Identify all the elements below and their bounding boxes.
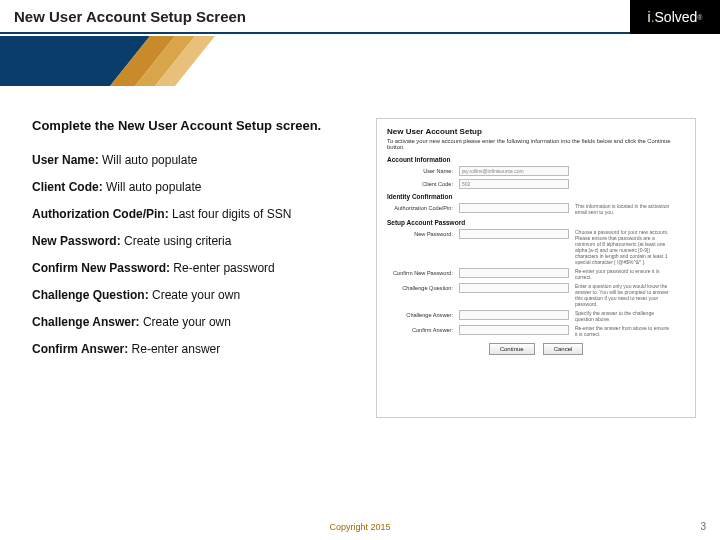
instruction-panel: Complete the New User Account Setup scre… — [32, 118, 367, 369]
field-confirmpass: Confirm New Password: Re-enter your pass… — [387, 268, 685, 280]
list-item: Client Code: Will auto populate — [32, 180, 367, 194]
slide-header: New User Account Setup Screen i.Solved® — [0, 0, 720, 34]
field-username: User Name: jay.rollins@infinisource.com — [387, 166, 685, 176]
section-account: Account Information — [387, 156, 685, 163]
list-item: New Password: Create using criteria — [32, 234, 367, 248]
section-password: Setup Account Password — [387, 219, 685, 226]
brand-logo: i.Solved® — [630, 0, 720, 34]
field-newpass: New Password: Choose a password for your… — [387, 229, 685, 265]
section-identity: Identity Confirmation — [387, 193, 685, 200]
list-item: Confirm Answer: Re-enter answer — [32, 342, 367, 356]
authcode-input[interactable] — [459, 203, 569, 213]
cancel-button[interactable]: Cancel — [543, 343, 584, 355]
newpass-input[interactable] — [459, 229, 569, 239]
instruction-intro: Complete the New User Account Setup scre… — [32, 118, 367, 135]
logo-reg: ® — [697, 14, 702, 21]
field-question: Challenge Question: Enter a question onl… — [387, 283, 685, 307]
svg-marker-1 — [110, 36, 175, 86]
form-subtitle: To activate your new account please ente… — [387, 138, 685, 150]
field-authcode: Authorization Code/Pin: This information… — [387, 203, 685, 215]
question-input[interactable] — [459, 283, 569, 293]
list-item: Confirm New Password: Re-enter password — [32, 261, 367, 275]
clientcode-input[interactable]: 502 — [459, 179, 569, 189]
decorative-diagonal-band — [0, 36, 240, 86]
confirmpass-input[interactable] — [459, 268, 569, 278]
list-item: Challenge Answer: Create your own — [32, 315, 367, 329]
svg-marker-3 — [155, 36, 215, 86]
svg-marker-2 — [135, 36, 195, 86]
svg-marker-0 — [0, 36, 150, 86]
confirmanswer-input[interactable] — [459, 325, 569, 335]
field-answer: Challenge Answer: Specify the answer to … — [387, 310, 685, 322]
footer-copyright: Copyright 2015 — [0, 522, 720, 532]
answer-input[interactable] — [459, 310, 569, 320]
list-item: User Name: Will auto populate — [32, 153, 367, 167]
field-clientcode: Client Code: 502 — [387, 179, 685, 189]
form-title: New User Account Setup — [387, 127, 685, 136]
list-item: Challenge Question: Create your own — [32, 288, 367, 302]
logo-text: Solved — [655, 9, 698, 25]
page-number: 3 — [700, 521, 706, 532]
list-item: Authorization Code/Pin: Last four digits… — [32, 207, 367, 221]
page-title: New User Account Setup Screen — [0, 0, 720, 25]
field-confirmanswer: Confirm Answer: Re-enter the answer from… — [387, 325, 685, 337]
form-actions: Continue Cancel — [387, 343, 685, 355]
username-input[interactable]: jay.rollins@infinisource.com — [459, 166, 569, 176]
form-screenshot: New User Account Setup To activate your … — [376, 118, 696, 418]
continue-button[interactable]: Continue — [489, 343, 535, 355]
